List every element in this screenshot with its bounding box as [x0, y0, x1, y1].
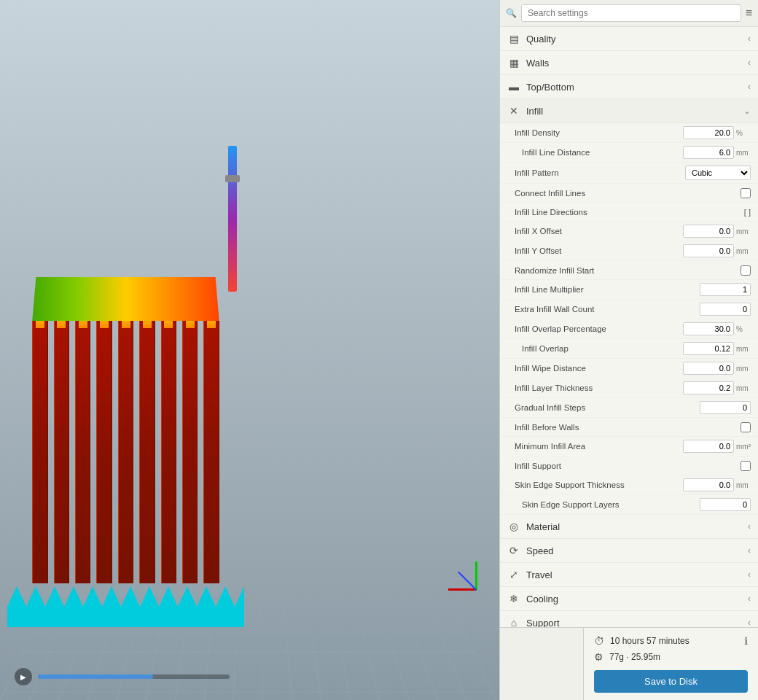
- skin-edge-thickness-input[interactable]: [683, 478, 734, 491]
- walls-label: Walls: [526, 58, 742, 69]
- setting-skin-edge-layers: Skin Edge Support Layers: [500, 495, 758, 515]
- right-panel: 🔍 ≡ ▤ Quality ‹ ▦ Walls ‹ ▬ Top/Bottom: [499, 0, 758, 700]
- viewport: ▶: [0, 0, 499, 700]
- infill-line-distance-input[interactable]: [683, 146, 734, 159]
- category-speed[interactable]: ⟳ Speed ‹: [500, 539, 758, 563]
- category-walls[interactable]: ▦ Walls ‹: [500, 51, 758, 75]
- setting-randomize-infill: Randomize Infill Start: [500, 261, 758, 280]
- speed-icon: ⟳: [507, 544, 520, 557]
- rib-4: [96, 321, 112, 583]
- setting-connect-infill: Connect Infill Lines: [500, 184, 758, 203]
- menu-icon[interactable]: ≡: [746, 7, 752, 20]
- infill-support-checkbox[interactable]: [741, 461, 751, 471]
- setting-infill-pattern: Infill Pattern Cubic Grid Lines Triangle…: [500, 163, 758, 184]
- weight-icon: ⚙: [594, 651, 603, 663]
- setting-infill-line-distance: Infill Line Distance mm: [500, 143, 758, 163]
- infill-y-offset-input[interactable]: [683, 244, 734, 257]
- category-material[interactable]: ◎ Material ‹: [500, 515, 758, 539]
- weight-text: 77g · 25.95m: [609, 652, 748, 662]
- category-infill[interactable]: ✕ Infill ⌄: [500, 99, 758, 123]
- model-base: [7, 576, 244, 627]
- search-bar: 🔍 ≡: [500, 0, 758, 27]
- play-button[interactable]: ▶: [15, 668, 32, 685]
- quality-chevron: ‹: [748, 34, 751, 44]
- infill-label: Infill: [526, 106, 738, 117]
- axis-y: [475, 561, 477, 591]
- setting-gradual-infill: Gradual Infill Steps: [500, 398, 758, 418]
- connect-infill-checkbox[interactable]: [741, 188, 751, 198]
- search-icon: 🔍: [506, 8, 517, 18]
- travel-label: Travel: [526, 569, 742, 580]
- setting-extra-infill-wall: Extra Infill Wall Count: [500, 300, 758, 319]
- slice-thumb[interactable]: [225, 175, 240, 182]
- save-to-disk-button[interactable]: Save to Disk: [594, 670, 748, 693]
- top-bottom-chevron: ‹: [748, 82, 751, 92]
- setting-infill-line-multiplier: Infill Line Multiplier: [500, 280, 758, 300]
- material-chevron: ‹: [748, 521, 751, 532]
- setting-infill-y-offset: Infill Y Offset mm: [500, 241, 758, 261]
- weight-row: ⚙ 77g · 25.95m: [594, 651, 748, 663]
- search-input[interactable]: [521, 4, 741, 22]
- category-cooling[interactable]: ❄ Cooling ‹: [500, 587, 758, 611]
- rib-2: [54, 321, 69, 583]
- setting-infill-layer-thickness: Infill Layer Thickness mm: [500, 378, 758, 398]
- quality-label: Quality: [526, 34, 742, 44]
- support-chevron: ‹: [748, 618, 751, 627]
- zigzag-base: [7, 576, 244, 627]
- rib-5: [118, 321, 133, 583]
- infill-line-mult-input[interactable]: [700, 283, 751, 296]
- progress-track[interactable]: [38, 674, 230, 679]
- progress-fill: [38, 674, 153, 679]
- cooling-icon: ❄: [507, 592, 520, 605]
- 3d-model: [22, 277, 230, 627]
- main-area: ▶ 🔍 ≡ ▤ Quality ‹ ▦ Walls ‹: [0, 0, 758, 700]
- walls-chevron: ‹: [748, 58, 751, 68]
- top-bottom-icon: ▬: [507, 80, 520, 93]
- category-support[interactable]: ⌂ Support ‹: [500, 611, 758, 627]
- infill-before-walls-checkbox[interactable]: [741, 422, 751, 432]
- axis-x: [448, 588, 477, 591]
- setting-min-infill-area: Minimum Infill Area mm²: [500, 437, 758, 456]
- infill-wipe-distance-input[interactable]: [683, 362, 734, 375]
- speed-chevron: ‹: [748, 545, 751, 556]
- rib-8: [182, 321, 198, 583]
- infill-chevron: ⌄: [743, 106, 751, 116]
- rib-7: [161, 321, 176, 583]
- infill-pattern-select[interactable]: Cubic Grid Lines Triangles: [685, 166, 751, 180]
- infill-icon: ✕: [507, 104, 520, 117]
- infill-overlap-input[interactable]: [683, 342, 734, 355]
- cooling-chevron: ‹: [748, 594, 751, 604]
- time-text: 10 hours 57 minutes: [610, 636, 738, 646]
- model-container: [22, 58, 230, 627]
- extra-infill-wall-input[interactable]: [700, 303, 751, 316]
- settings-list: ▤ Quality ‹ ▦ Walls ‹ ▬ Top/Bottom ‹ ✕ I…: [500, 27, 758, 627]
- rib-1: [32, 321, 47, 583]
- category-travel[interactable]: ⤢ Travel ‹: [500, 563, 758, 587]
- rib-6: [139, 321, 155, 583]
- gradual-infill-input[interactable]: [700, 401, 751, 414]
- model-ribs: [32, 321, 219, 583]
- infill-layer-thickness-input[interactable]: [683, 381, 734, 394]
- infill-directions-value: [ ]: [744, 208, 751, 217]
- skin-edge-layers-input[interactable]: [700, 498, 751, 511]
- infill-x-offset-input[interactable]: [683, 225, 734, 238]
- rib-9: [203, 321, 219, 583]
- randomize-infill-checkbox[interactable]: [741, 265, 751, 276]
- time-icon: ⏱: [594, 635, 604, 647]
- category-quality[interactable]: ▤ Quality ‹: [500, 27, 758, 51]
- status-bar: ⏱ 10 hours 57 minutes ℹ ⚙ 77g · 25.95m S…: [583, 627, 758, 700]
- setting-infill-overlap-pct: Infill Overlap Percentage %: [500, 319, 758, 339]
- setting-infill-x-offset: Infill X Offset mm: [500, 222, 758, 241]
- category-top-bottom[interactable]: ▬ Top/Bottom ‹: [500, 75, 758, 99]
- quality-icon: ▤: [507, 32, 520, 45]
- material-label: Material: [526, 521, 742, 532]
- material-icon: ◎: [507, 520, 520, 533]
- min-infill-area-input[interactable]: [683, 440, 734, 453]
- setting-infill-support: Infill Support: [500, 456, 758, 475]
- info-icon[interactable]: ℹ: [744, 635, 748, 647]
- setting-infill-wipe-distance: Infill Wipe Distance mm: [500, 359, 758, 378]
- infill-density-input[interactable]: [683, 126, 734, 139]
- travel-icon: ⤢: [507, 568, 520, 581]
- setting-infill-overlap: Infill Overlap mm: [500, 339, 758, 359]
- infill-overlap-pct-input[interactable]: [683, 322, 734, 335]
